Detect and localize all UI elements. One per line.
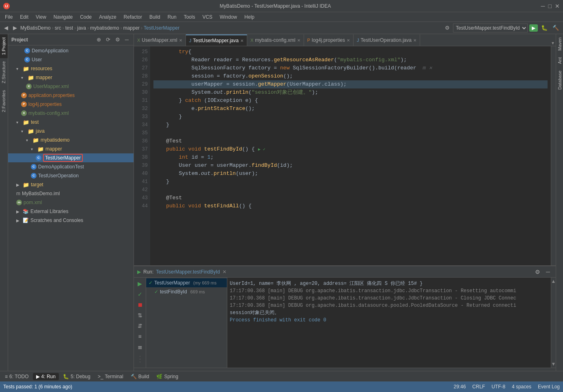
editor-scrollbar[interactable] [551,46,556,265]
tree-item-java[interactable]: ▾ 📁 java [8,127,134,136]
tab-close-button[interactable]: ✕ [179,38,182,43]
sort-button[interactable]: ⇅ [136,311,145,320]
vtab-favorites[interactable]: 2:Favorites [0,87,8,115]
run-tab-close[interactable]: ✕ [222,269,226,275]
vtab-database[interactable]: Database [556,67,563,93]
build-button[interactable]: 🔨 [551,24,561,32]
menu-item-run[interactable]: Run [164,13,180,21]
tab-close-button[interactable]: ✕ [240,39,244,43]
maximize-button[interactable]: □ [548,3,552,9]
nav-settings-button[interactable]: ⚙ [443,24,451,32]
output-scrollbar[interactable]: ▲ ▼ [551,278,556,368]
run-settings-button[interactable]: ⚙ [533,267,542,276]
tab-close-button[interactable]: ✕ [347,38,350,43]
align-left-button[interactable]: ≡ [136,332,145,341]
run-config-select[interactable]: TestUserMapper.testFindById [453,24,528,32]
sidebar-settings-button[interactable]: ⚙ [114,36,122,43]
menu-item-file[interactable]: File [2,13,16,21]
menu-item-view[interactable]: View [32,13,50,21]
tree-item-mybatisdemo[interactable]: ▾ 📁 mybatisdemo [8,136,134,144]
tab-debug[interactable]: 🐛 5: Debug [60,373,94,380]
bc-test[interactable]: test [65,25,73,31]
pass-filter-button[interactable]: ✓ [136,290,145,299]
tree-item-mapper[interactable]: ▾ 📁 mapper [8,144,134,153]
tree-item-pomxml[interactable]: m pom.xml [8,198,134,207]
tree-item-testusermapper[interactable]: C TestUserMapper [8,153,134,162]
sort2-button[interactable]: ⇵ [136,321,145,330]
tab-terminal[interactable]: >_ Terminal [95,373,127,380]
test-class-item[interactable]: ✓ TestUserMapper (my 669 ms [146,278,227,287]
forward-button[interactable]: ▶ [11,24,19,32]
sidebar-sync-button[interactable]: ⟳ [104,36,112,43]
menu-item-tools[interactable]: Tools [181,13,198,21]
menu-item-analyze[interactable]: Analyze [96,13,120,21]
menu-item-help[interactable]: Help [241,13,258,21]
titlebar-controls[interactable]: ─ □ ✕ [541,3,560,9]
bc-mybatisdemo[interactable]: mybatisdemo [90,25,119,31]
tab-usermapper-xml[interactable]: X UserMapper.xml ✕ [134,34,186,46]
menu-item-code[interactable]: Code [77,13,95,21]
menu-item-refactor[interactable]: Refactor [121,13,145,21]
tab-testusermapper[interactable]: J TestUserMapper.java ✕ [186,34,247,46]
tree-item-mybatisconfig[interactable]: X mybatis-config.xml [8,109,134,118]
sidebar-minimize-button[interactable]: ─ [123,36,130,43]
tree-item-iml[interactable]: m MyBatisDemo.iml [8,189,134,198]
scroll-down-button[interactable]: ▼ [551,361,556,367]
tree-item-extlibs[interactable]: ▶ 📚 External Libraries [8,207,134,216]
test-method-item[interactable]: ✓ testFindById 669 ms [146,287,227,296]
bc-src[interactable]: src [55,25,61,31]
bc-file[interactable]: TestUserMapper [144,25,179,31]
tab-close-button[interactable]: ✕ [297,38,300,43]
align-right-button[interactable]: ≣ [136,342,145,351]
tree-item-log4j[interactable]: P log4j.properties [8,100,134,109]
tab-spring[interactable]: 🌿 Spring [153,373,181,380]
status-line-col[interactable]: 29:46 [454,384,466,390]
tab-todo[interactable]: ≡ 6: TODO [2,373,32,380]
close-button[interactable]: ✕ [555,3,560,9]
tab-run[interactable]: ▶ 4: Run [33,373,59,380]
stop-button[interactable]: ⏹ [136,300,145,309]
back-button[interactable]: ◀ [2,24,10,32]
status-encoding[interactable]: UTF-8 [492,384,505,390]
bc-project[interactable]: MyBatisDemo [20,25,51,31]
vtab-project[interactable]: 1:Project [0,34,8,58]
tree-item-testuserop[interactable]: C TestUserOperation [8,171,134,180]
tree-item-test[interactable]: ▾ 📁 test [8,118,134,127]
tab-close-button[interactable]: ✕ [413,38,416,43]
minimize-button[interactable]: ─ [541,3,545,9]
tree-item-target[interactable]: ▶ 📁 target [8,180,134,189]
tree-item-demoapplicationtest[interactable]: C DemoApplicationTest [8,162,134,171]
tree-item-demoapplication[interactable]: C DemoApplication [8,46,134,55]
run-minimize-button[interactable]: ─ [544,267,552,276]
bc-mapper[interactable]: mapper [123,25,140,31]
tree-item-mapper-res[interactable]: ▾ 📁 mapper [8,73,134,82]
tree-item-resources[interactable]: ▾ 📁 resources [8,64,134,73]
menu-item-build[interactable]: Build [146,13,164,21]
menu-item-vcs[interactable]: VCS [199,13,216,21]
vtab-ant[interactable]: Ant [556,54,563,67]
bc-java[interactable]: java [77,25,86,31]
debug-button[interactable]: 🐛 [539,24,549,32]
tree-item-usermapper-xml[interactable]: X UserMapper.xml [8,82,134,91]
run-button[interactable]: ▶ [529,24,538,32]
tab-log4j[interactable]: P log4j.properties ✕ [304,34,354,46]
tabs-more-button[interactable]: ▾ [550,40,556,46]
tab-build[interactable]: 🔨 Build [127,373,153,380]
scroll-up-button[interactable]: ▲ [551,278,556,284]
status-event-log[interactable]: Event Log [538,384,560,390]
run-hscrollbar[interactable] [134,368,556,371]
sidebar-add-button[interactable]: ⊕ [95,36,103,43]
tree-item-appprops[interactable]: P application.properties [8,91,134,100]
vtab-structure[interactable]: Z:Structure [0,58,8,86]
rerun-button[interactable]: ▶ [136,279,145,288]
status-indent[interactable]: 4 spaces [512,384,531,390]
tab-testuserop[interactable]: J TestUserOperation.java ✕ [354,34,420,46]
tree-item-user[interactable]: C User [8,55,134,64]
code-editor[interactable]: 25 26 27 28 29 30 31 32 33 34 35 36 37 3… [134,46,556,265]
tab-mybatisconfig[interactable]: X mybatis-config.xml ✕ [247,34,304,46]
menu-item-navigate[interactable]: Navigate [50,13,76,21]
vtab-maven[interactable]: Maven [556,34,563,54]
menu-item-edit[interactable]: Edit [17,13,32,21]
tree-item-scratches[interactable]: ▶ 📝 Scratches and Consoles [8,216,134,225]
menu-item-window[interactable]: Window [216,13,240,21]
